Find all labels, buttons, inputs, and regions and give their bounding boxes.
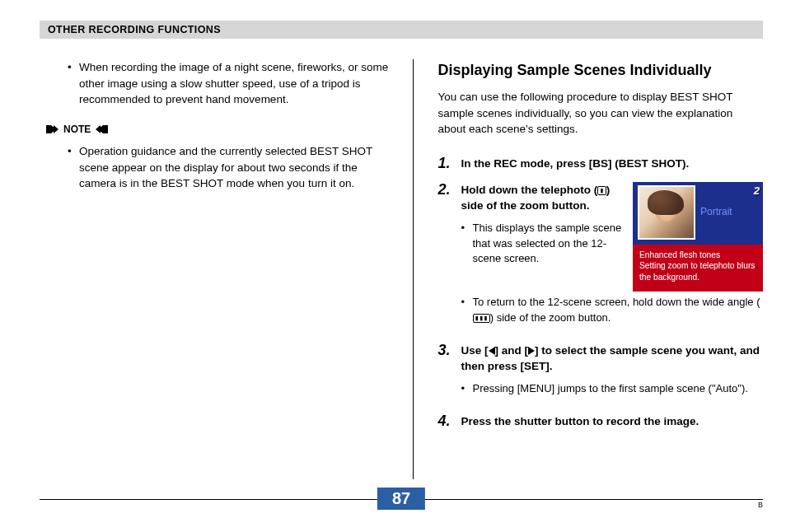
wide-angle-icon: ▮▮▮ — [473, 314, 490, 323]
right-column: Displaying Sample Scenes Individually Yo… — [419, 59, 764, 479]
column-divider — [413, 59, 414, 479]
sub-bullet: • To return to the 12-scene screen, hold… — [461, 295, 764, 326]
step-number: 3. — [438, 343, 455, 404]
step-1: 1. In the REC mode, press [BS] (BEST SHO… — [438, 156, 764, 172]
note-label: NOTE — [63, 123, 91, 137]
note-heading: NOTE — [46, 123, 393, 137]
scene-label: Portrait — [700, 205, 758, 219]
footer-corner-letter: B — [758, 501, 763, 509]
step-number: 2. — [438, 182, 455, 333]
telephoto-icon: ▮ — [597, 186, 606, 195]
scene-desc-line: Enhanced flesh tones — [639, 250, 756, 261]
section-header-text: OTHER RECORDING FUNCTIONS — [48, 24, 221, 35]
step-4: 4. Press the shutter button to record th… — [438, 413, 764, 430]
step-title: Press the shutter button to record the i… — [461, 413, 764, 430]
sub-bullet: • Pressing [MENU] jumps to the first sam… — [461, 381, 764, 397]
scene-number-badge: 2 — [754, 184, 760, 199]
step-body: Use [] and [] to select the sample scene… — [461, 343, 764, 404]
right-heading: Displaying Sample Scenes Individually — [438, 59, 764, 81]
page-footer: 87 B — [40, 488, 763, 512]
bullet-dot: • — [461, 221, 473, 268]
step-title: Use [] and [] to select the sample scene… — [461, 343, 764, 375]
step-title-part: ] and [ — [495, 344, 529, 357]
scene-thumbnail — [638, 185, 695, 240]
step-number: 4. — [438, 413, 455, 430]
section-header: OTHER RECORDING FUNCTIONS — [40, 21, 763, 39]
bullet-text: When recording the image of a night scen… — [79, 59, 393, 108]
step-title: Hold down the telephoto (▮) side of the … — [461, 182, 624, 214]
left-arrow-icon — [489, 347, 495, 355]
content-columns: • When recording the image of a night sc… — [40, 59, 763, 479]
scene-description: Enhanced flesh tones Setting zoom to tel… — [633, 245, 763, 292]
bullet-dot: • — [461, 381, 473, 397]
step-title-part: Use [ — [461, 344, 489, 357]
sub-bullet-text: To return to the 12-scene screen, hold d… — [473, 295, 764, 326]
bullet-dot: • — [68, 59, 79, 108]
note-bullet-item: • Operation guidance and the currently s… — [68, 143, 393, 192]
step-3: 3. Use [] and [] to select the sample sc… — [438, 343, 764, 404]
step-title-part: Hold down the telephoto ( — [461, 184, 598, 196]
note-left-icon — [46, 125, 58, 133]
sub-bullet: • This displays the sample scene that wa… — [461, 221, 624, 268]
left-column: • When recording the image of a night sc… — [40, 59, 408, 479]
sub-text-part: To return to the 12-scene screen, hold d… — [473, 296, 760, 308]
scene-desc-line: Setting zoom to telephoto blurs the back… — [639, 260, 756, 283]
note-right-icon — [96, 125, 108, 133]
sub-bullet-text: This displays the sample scene that was … — [473, 221, 624, 268]
sub-bullet-text: Pressing [MENU] jumps to the first sampl… — [473, 381, 764, 397]
bullet-dot: • — [461, 295, 473, 326]
bullet-dot: • — [68, 143, 79, 192]
sub-text-part: ) side of the zoom button. — [490, 311, 611, 324]
bullet-item: • When recording the image of a night sc… — [68, 59, 393, 108]
page-number-badge: 87 — [377, 488, 425, 510]
step-2: 2. Hold down the telephoto (▮) side of t… — [438, 182, 764, 333]
right-intro: You can use the following procedure to d… — [438, 89, 764, 138]
sample-scene-card: Portrait 2 Enhanced flesh tones Setting … — [633, 182, 763, 292]
right-arrow-icon — [528, 347, 535, 355]
step-number: 1. — [438, 156, 455, 172]
note-bullet-text: Operation guidance and the currently sel… — [79, 143, 393, 192]
step-body: Hold down the telephoto (▮) side of the … — [461, 182, 764, 333]
step-title: In the REC mode, press [BS] (BEST SHOT). — [461, 156, 764, 172]
